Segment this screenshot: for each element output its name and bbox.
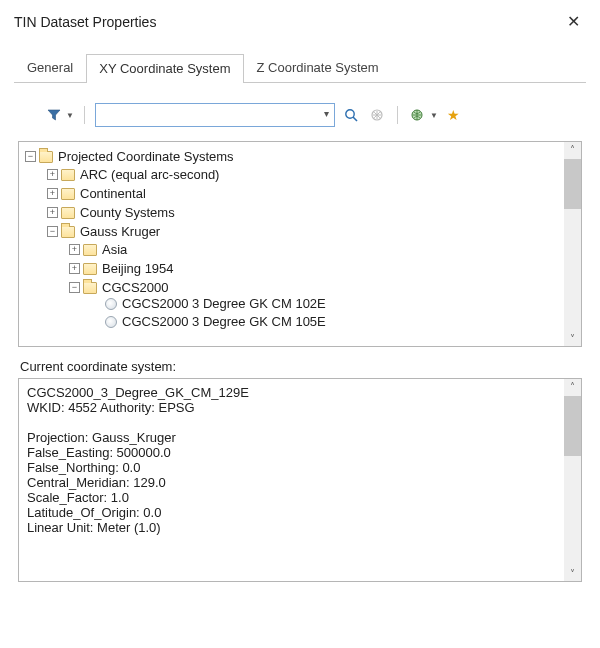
favorite-star-icon[interactable]: ★	[444, 105, 464, 125]
chevron-down-icon[interactable]: ▼	[66, 111, 74, 120]
details-projection: Projection: Gauss_Kruger	[27, 430, 176, 445]
tree-label: Gauss Kruger	[78, 224, 160, 239]
folder-icon	[61, 188, 75, 200]
toolbar: ▼ ▾ ▼ ★	[44, 103, 582, 127]
tree-label: Asia	[100, 242, 127, 257]
details-wkid: WKID: 4552 Authority: EPSG	[27, 400, 195, 415]
title-bar: TIN Dataset Properties ✕	[0, 0, 600, 39]
folder-icon	[83, 244, 97, 256]
scroll-thumb[interactable]	[564, 396, 581, 456]
toolbar-divider	[84, 106, 85, 124]
asterisk-icon[interactable]	[367, 105, 387, 125]
expand-icon[interactable]: +	[47, 188, 58, 199]
tree-label: CGCS2000 3 Degree GK CM 102E	[120, 296, 326, 311]
search-input[interactable]	[95, 103, 335, 127]
chevron-down-icon[interactable]: ▼	[430, 111, 438, 120]
window-title: TIN Dataset Properties	[14, 14, 156, 30]
tab-z-coordinate-system[interactable]: Z Coordinate System	[244, 53, 392, 82]
globe-dropdown-icon[interactable]	[408, 105, 428, 125]
tree-label: ARC (equal arc-second)	[78, 167, 219, 182]
expand-icon[interactable]: +	[69, 263, 80, 274]
current-sys-details: CGCS2000_3_Degree_GK_CM_129E WKID: 4552 …	[18, 378, 582, 582]
tree-node-continental[interactable]: + Continental	[47, 186, 146, 201]
folder-open-icon	[83, 282, 97, 294]
tree-label: Beijing 1954	[100, 261, 174, 276]
search-input-wrap: ▾	[95, 103, 335, 127]
zoom-target-icon[interactable]	[341, 105, 361, 125]
details-false-easting: False_Easting: 500000.0	[27, 445, 171, 460]
tree-node-cgcs2000[interactable]: − CGCS2000	[69, 280, 168, 295]
filter-icon[interactable]	[44, 105, 64, 125]
folder-icon	[61, 207, 75, 219]
tab-strip: General XY Coordinate System Z Coordinat…	[14, 53, 586, 83]
spacer	[91, 316, 102, 327]
expand-icon[interactable]: +	[69, 244, 80, 255]
coordinate-tree: − Projected Coordinate Systems + ARC (eq…	[18, 141, 582, 347]
tree-node-county[interactable]: + County Systems	[47, 205, 175, 220]
tree-label: CGCS2000 3 Degree GK CM 105E	[120, 314, 326, 329]
details-scrollbar[interactable]: ˄ ˅	[564, 379, 581, 581]
tab-xy-coordinate-system[interactable]: XY Coordinate System	[86, 54, 243, 83]
expand-icon[interactable]: +	[47, 207, 58, 218]
tree-label: Continental	[78, 186, 146, 201]
scroll-up-icon[interactable]: ˄	[570, 142, 575, 157]
tab-general[interactable]: General	[14, 53, 86, 82]
folder-icon	[83, 263, 97, 275]
spacer	[91, 298, 102, 309]
folder-open-icon	[61, 226, 75, 238]
scroll-down-icon[interactable]: ˅	[570, 566, 575, 581]
folder-icon	[61, 169, 75, 181]
collapse-icon[interactable]: −	[69, 282, 80, 293]
tree-node-gauss-kruger[interactable]: − Gauss Kruger	[47, 224, 160, 239]
scroll-down-icon[interactable]: ˅	[570, 331, 575, 346]
toolbar-divider-2	[397, 106, 398, 124]
tree-label: CGCS2000	[100, 280, 168, 295]
svg-line-1	[353, 117, 357, 121]
scroll-thumb[interactable]	[564, 159, 581, 209]
scroll-up-icon[interactable]: ˄	[570, 379, 575, 394]
tree-node-asia[interactable]: + Asia	[69, 242, 127, 257]
collapse-icon[interactable]: −	[47, 226, 58, 237]
collapse-icon[interactable]: −	[25, 151, 36, 162]
details-false-northing: False_Northing: 0.0	[27, 460, 140, 475]
tree-leaf-102e[interactable]: CGCS2000 3 Degree GK CM 102E	[91, 296, 326, 311]
current-sys-heading: Current coordinate system:	[20, 359, 582, 374]
details-central-meridian: Central_Meridian: 129.0	[27, 475, 166, 490]
tree-node-projected[interactable]: − Projected Coordinate Systems	[25, 149, 234, 164]
svg-point-0	[346, 110, 354, 118]
expand-icon[interactable]: +	[47, 169, 58, 180]
details-scale-factor: Scale_Factor: 1.0	[27, 490, 129, 505]
xy-panel: ▼ ▾ ▼ ★ − Projected Coordinate Systems	[0, 83, 600, 592]
details-name: CGCS2000_3_Degree_GK_CM_129E	[27, 385, 249, 400]
tree-label: County Systems	[78, 205, 175, 220]
tree-scrollbar[interactable]: ˄ ˅	[564, 142, 581, 346]
globe-icon	[105, 298, 117, 310]
details-linear-unit: Linear Unit: Meter (1.0)	[27, 520, 161, 535]
tree-label: Projected Coordinate Systems	[56, 149, 234, 164]
globe-icon	[105, 316, 117, 328]
folder-open-icon	[39, 151, 53, 163]
tree-node-arc[interactable]: + ARC (equal arc-second)	[47, 167, 219, 182]
close-icon[interactable]: ✕	[559, 8, 588, 35]
tree-node-beijing1954[interactable]: + Beijing 1954	[69, 261, 174, 276]
details-lat-origin: Latitude_Of_Origin: 0.0	[27, 505, 161, 520]
tree-leaf-105e[interactable]: CGCS2000 3 Degree GK CM 105E	[91, 314, 326, 329]
